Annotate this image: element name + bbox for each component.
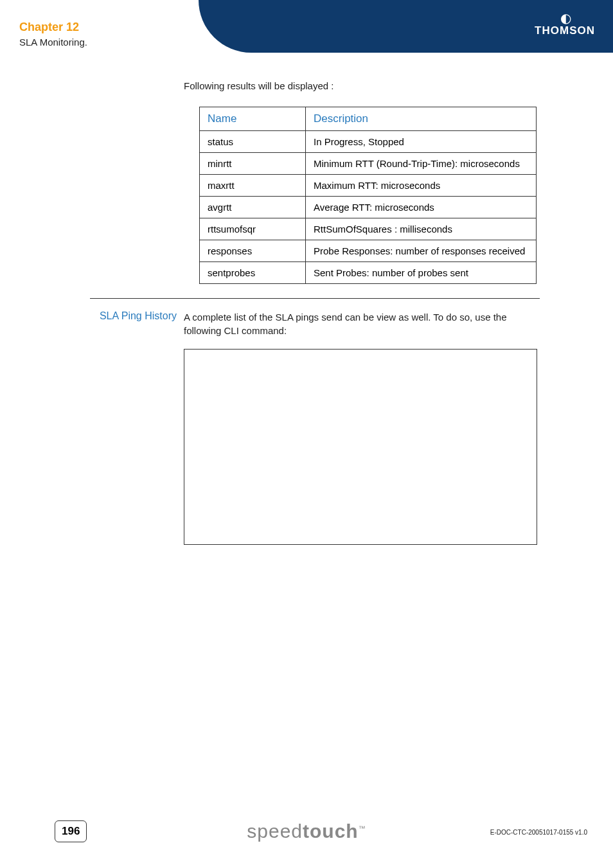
table-row: rttsumofsqr RttSumOfSquares : millisecon…	[200, 218, 537, 240]
brand-icon: ◐	[535, 12, 595, 24]
table-row: sentprobes Sent Probes: number of probes…	[200, 262, 537, 284]
cell-description: Probe Responses: number of responses rec…	[306, 240, 537, 262]
page-content: Following results will be displayed : Na…	[90, 80, 591, 545]
table-row: minrtt Minimum RTT (Round-Trip-Time): mi…	[200, 153, 537, 175]
results-table-wrap: Name Description status In Progress, Sto…	[199, 107, 537, 284]
cell-description: Maximum RTT: microseconds	[306, 175, 537, 197]
section-sla-ping-history: SLA Ping History A complete list of the …	[90, 298, 540, 545]
table-row: status In Progress, Stopped	[200, 131, 537, 153]
cell-name: status	[200, 131, 306, 153]
brand-logo: ◐ THOMSON	[535, 12, 595, 37]
chapter-subtitle: SLA Monitoring.	[19, 37, 87, 48]
cell-name: sentprobes	[200, 262, 306, 284]
section-heading: SLA Ping History	[90, 310, 177, 322]
brand-text: THOMSON	[535, 24, 595, 37]
cell-description: Minimum RTT (Round-Trip-Time): microseco…	[306, 153, 537, 175]
product-logo: speedtouch™	[247, 820, 366, 842]
cell-name: rttsumofsqr	[200, 218, 306, 240]
table-row: maxrtt Maximum RTT: microseconds	[200, 175, 537, 197]
header-left: Chapter 12 SLA Monitoring.	[19, 21, 87, 48]
col-name: Name	[200, 107, 306, 131]
cell-name: maxrtt	[200, 175, 306, 197]
page-number: 196	[55, 820, 87, 842]
table-row: responses Probe Responses: number of res…	[200, 240, 537, 262]
cell-name: avgrtt	[200, 197, 306, 218]
cell-name: responses	[200, 240, 306, 262]
cell-description: Sent Probes: number of probes sent	[306, 262, 537, 284]
cell-description: Average RTT: microseconds	[306, 197, 537, 218]
intro-text: Following results will be displayed :	[184, 80, 591, 91]
cli-code-box	[184, 349, 537, 545]
col-description: Description	[306, 107, 537, 131]
product-logo-light: speed	[247, 820, 303, 842]
trademark-symbol: ™	[359, 824, 366, 832]
table-row: avgrtt Average RTT: microseconds	[200, 197, 537, 218]
cell-name: minrtt	[200, 153, 306, 175]
results-table: Name Description status In Progress, Sto…	[199, 107, 537, 284]
product-logo-bold: touch	[303, 820, 359, 842]
table-header-row: Name Description	[200, 107, 537, 131]
cell-description: RttSumOfSquares : milliseconds	[306, 218, 537, 240]
cell-description: In Progress, Stopped	[306, 131, 537, 153]
section-body: A complete list of the SLA pings send ca…	[184, 310, 540, 337]
chapter-title: Chapter 12	[19, 21, 87, 34]
document-id: E-DOC-CTC-20051017-0155 v1.0	[490, 829, 587, 836]
